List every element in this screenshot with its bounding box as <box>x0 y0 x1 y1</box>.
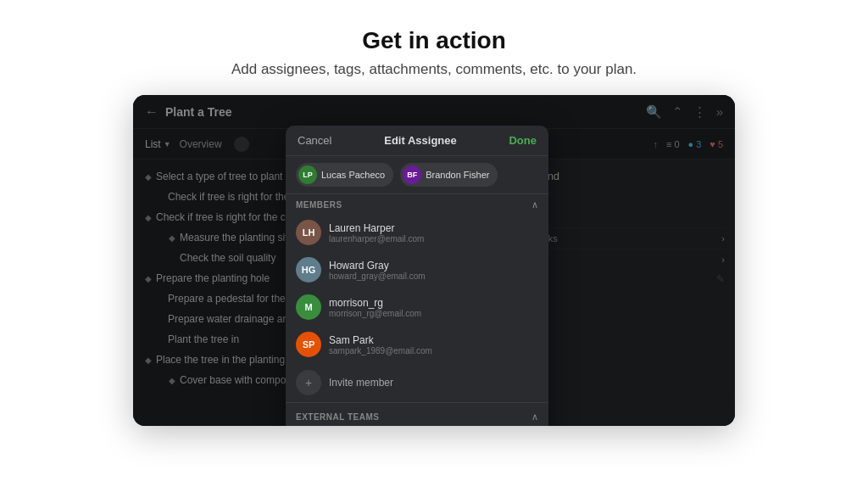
member-item-sam[interactable]: SP Sam Park sampark_1989@email.com <box>286 326 548 363</box>
member-item-howard[interactable]: HG Howard Gray howard_gray@email.com <box>286 251 548 288</box>
hero-title: Get in action <box>17 27 851 54</box>
modal-title: Edit Assignee <box>384 134 456 147</box>
cancel-button[interactable]: Cancel <box>298 134 331 147</box>
members-section-header: MEMBERS ∧ <box>286 194 548 214</box>
assignee-chip-lucas[interactable]: LP Lucas Pacheco <box>296 163 393 187</box>
member-item-morrison[interactable]: M morrison_rg morrison_rg@email.com <box>286 288 548 326</box>
avatar-lauren: LH <box>296 220 321 245</box>
assignee-chip-brandon[interactable]: BF Brandon Fisher <box>400 163 498 187</box>
avatar-howard: HG <box>296 257 321 283</box>
members-toggle[interactable]: ∧ <box>531 199 538 210</box>
invite-label: Invite member <box>329 377 393 389</box>
ext-label: EXTERNAL TEAMS <box>296 412 380 422</box>
ext-toggle[interactable]: ∧ <box>531 411 538 423</box>
hero-subtitle: Add assignees, tags, attachments, commen… <box>17 61 851 78</box>
modal-header: Cancel Edit Assignee Done <box>286 126 548 156</box>
invite-member-item[interactable]: + Invite member <box>286 363 548 402</box>
edit-assignee-modal: Cancel Edit Assignee Done LP Lucas Pache… <box>286 126 548 426</box>
avatar-lucas: LP <box>298 165 317 184</box>
ext-section-header: EXTERNAL TEAMS ∧ <box>286 406 548 426</box>
app-window: ← Plant a Tree 🔍 ⌃ ⋮ » List ▼ Overview ↑… <box>133 95 735 426</box>
invite-icon: + <box>296 370 321 395</box>
avatar-sam: SP <box>296 332 321 357</box>
avatar-morrison: M <box>296 294 321 320</box>
hero-section: Get in action Add assignees, tags, attac… <box>0 0 868 95</box>
done-button[interactable]: Done <box>509 134 537 147</box>
external-teams-section: EXTERNAL TEAMS ∧ You can outsource a tas… <box>286 402 548 426</box>
assignee-chips: LP Lucas Pacheco BF Brandon Fisher <box>286 156 548 194</box>
member-item-lauren[interactable]: LH Lauren Harper laurenharper@email.com <box>286 214 548 251</box>
members-label: MEMBERS <box>296 200 342 210</box>
avatar-brandon: BF <box>403 165 421 184</box>
